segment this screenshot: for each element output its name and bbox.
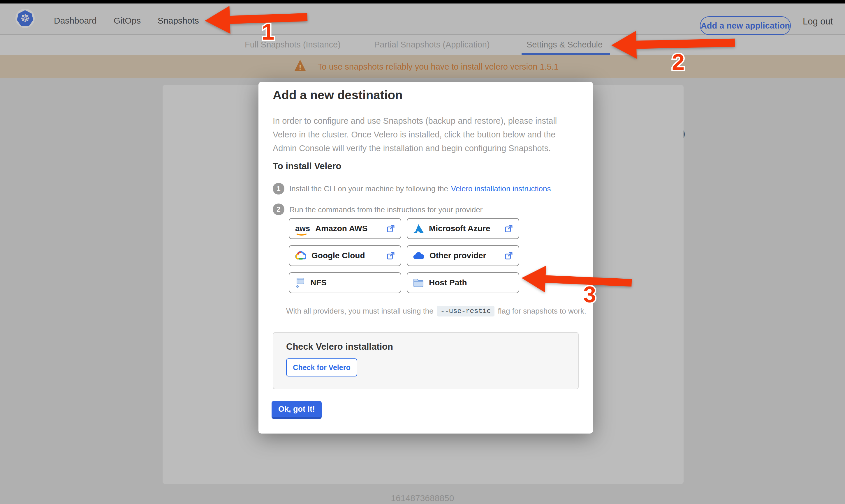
install-velero-heading: To install Velero — [273, 161, 341, 172]
top-black-bar — [0, 0, 845, 3]
folder-icon — [413, 278, 424, 287]
modal-intro-line: Admin Console will verify the installati… — [273, 144, 551, 153]
step-2-badge: 2 — [273, 203, 284, 215]
footer-timestamp: 1614873688850 — [0, 493, 845, 503]
modal-title: Add a new destination — [273, 88, 403, 102]
tab-full-snapshots[interactable]: Full Snapshots (Instance) — [245, 40, 341, 50]
provider-button-google-cloud[interactable]: Google Cloud — [289, 245, 401, 266]
modal-intro-line: Velero in the cluster. Once Velero is in… — [273, 130, 556, 140]
external-link-icon — [387, 224, 395, 233]
check-velero-title: Check Velero installation — [286, 342, 393, 352]
nfs-icon — [295, 277, 305, 288]
logout-link[interactable]: Log out — [803, 16, 833, 27]
tab-settings-schedule[interactable]: Settings & Schedule — [527, 40, 602, 50]
tab-partial-snapshots[interactable]: Partial Snapshots (Application) — [374, 40, 490, 50]
check-velero-box: Check Velero installation Check for Vele… — [273, 332, 579, 389]
provider-button-host-path[interactable]: Host Path — [407, 272, 519, 293]
screen: ☸ Dashboard GitOps Snapshots Add a new a… — [0, 0, 845, 504]
step-1-badge: 1 — [273, 183, 284, 195]
nav-item-dashboard[interactable]: Dashboard — [54, 16, 97, 25]
aws-icon: aws — [295, 225, 310, 233]
azure-icon — [413, 224, 424, 233]
kubernetes-wheel-icon: ☸ — [17, 10, 33, 26]
provider-button-nfs[interactable]: NFS — [289, 272, 401, 293]
use-restic-code: --use-restic — [437, 306, 494, 317]
annotation-number-3: 3 — [583, 281, 596, 308]
warning-text: To use snapshots reliably you have to in… — [318, 62, 559, 72]
nav-item-snapshots[interactable]: Snapshots — [158, 16, 199, 25]
annotation-number-2: 2 — [672, 49, 684, 75]
provider-button-azure[interactable]: Microsoft Azure — [407, 218, 519, 239]
provider-button-aws[interactable]: aws Amazon AWS — [289, 218, 401, 239]
annotation-arrow-1 — [204, 3, 308, 35]
annotation-arrow-3 — [521, 265, 632, 296]
annotation-number-1: 1 — [262, 19, 274, 45]
provider-button-other[interactable]: Other provider — [407, 245, 519, 266]
external-link-icon — [505, 252, 513, 260]
restic-note: With all providers, you must install usi… — [286, 306, 586, 317]
external-link-icon — [387, 252, 395, 260]
external-link-icon — [505, 224, 513, 233]
velero-warning-banner: ! To use snapshots reliably you have to … — [0, 55, 845, 78]
modal-intro-line: In order to configure and use Snapshots … — [273, 116, 557, 126]
nav-item-gitops[interactable]: GitOps — [113, 16, 141, 25]
check-for-velero-button[interactable]: Check for Velero — [286, 358, 357, 376]
google-cloud-icon — [295, 251, 306, 260]
ok-got-it-button[interactable]: Ok, got it! — [271, 401, 322, 419]
active-tab-underline — [522, 53, 610, 55]
kubernetes-logo: ☸ — [15, 9, 35, 28]
warning-triangle-icon: ! — [294, 60, 306, 71]
add-destination-modal: Add a new destination In order to config… — [259, 82, 593, 434]
step-1-text: Install the CLI on your machine by follo… — [289, 184, 551, 193]
velero-instructions-link[interactable]: Velero installation instructions — [451, 184, 551, 193]
cloud-icon — [413, 252, 424, 260]
step-2-text: Run the commands from the instructions f… — [289, 205, 482, 214]
